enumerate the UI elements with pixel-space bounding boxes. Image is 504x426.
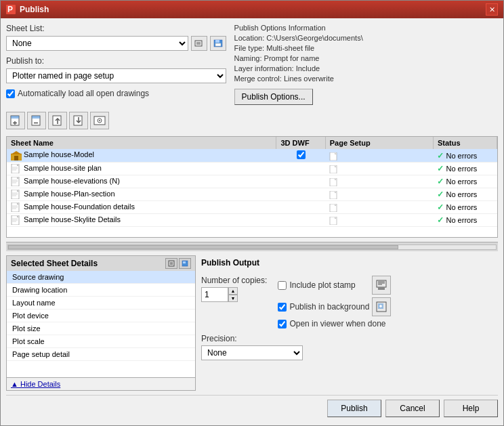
status-cell: ✓ No errors [433,163,497,175]
open-in-viewer-row: Open in viewer when done [278,319,391,328]
publish-output: Publish Output Number of copies: ▲ ▼ [201,255,498,391]
detail-item[interactable]: Plot scale [7,335,195,348]
sheet-name-cell: Sample house-site plan [7,163,276,175]
add-sheet-button[interactable] [6,112,25,129]
auto-load-label: Automatically load all open drawings [18,89,149,98]
table-row[interactable]: Sample house-Plan-section✓ No errors [7,188,497,201]
status-cell: ✓ No errors [433,214,497,227]
svg-text:P: P [7,5,13,14]
remove-sheet-button[interactable] [27,112,46,129]
svg-rect-9 [11,116,19,119]
publish-to-select[interactable]: Plotter named in page setup PDF DWF [6,68,226,83]
dialog-title: Publish [20,5,49,14]
status-cell: ✓ No errors [433,188,497,201]
publish-background-checkbox[interactable] [278,303,287,312]
dialog-content: Sheet List: None [1,18,503,425]
precision-select[interactable]: None Draft Normal Presentation [201,345,303,360]
dwf-cell[interactable] [276,188,325,201]
publish-options-button[interactable]: Publish Options... [234,89,313,105]
load-sheet-list-button[interactable] [191,36,207,51]
sheet-name-cell: Sample house-Foundation details [7,201,276,214]
table-row[interactable]: Sample house-Model✓ No errors [7,149,497,163]
dwf-cell[interactable] [276,163,325,175]
open-in-viewer-checkbox[interactable] [278,320,287,328]
move-down-button[interactable] [69,112,88,129]
details-icon-2[interactable] [179,258,191,269]
publish-button[interactable]: Publish [327,400,381,417]
svg-rect-66 [378,287,385,290]
add-sheet-icon [9,114,22,127]
details-action-icon-2 [182,260,188,267]
app-icon: P [6,5,16,14]
top-section: Sheet List: None [6,24,498,105]
publish-to-label: Publish to: [6,56,226,66]
sheet-name-cell: Sample house-Model [7,149,276,163]
detail-item[interactable]: Plot size [7,322,195,335]
spin-down-button[interactable]: ▼ [228,295,238,302]
table-row[interactable]: Sample house-elevations (N)✓ No errors [7,175,497,188]
dwf-cell[interactable] [276,149,325,163]
plot-stamp-icon-button[interactable] [372,276,391,295]
precision-section: Precision: None Draft Normal Presentatio… [201,334,498,360]
horizontal-scrollbar[interactable] [6,242,498,251]
col-sheet-name: Sheet Name [7,137,276,149]
preview-button[interactable] [90,112,109,129]
open-in-viewer-label: Open in viewer when done [289,319,385,328]
dwf-cell[interactable] [276,214,325,227]
spinner-buttons: ▲ ▼ [228,287,238,302]
copies-section: Number of copies: ▲ ▼ [201,276,267,302]
svg-rect-22 [14,156,18,161]
stamp-icon [375,279,387,291]
publish-bg-icon-button[interactable] [372,297,391,316]
sheet-name-cell: Sample house-Skylite Details [7,214,276,227]
col-3ddwf: 3D DWF [276,137,325,149]
dwf-cell[interactable] [276,175,325,188]
detail-item[interactable]: Layout name [7,297,195,310]
details-header: Selected Sheet Details [7,256,195,271]
cancel-button[interactable]: Cancel [385,400,440,417]
detail-item[interactable]: Source drawing [7,271,195,284]
title-bar: P Publish ✕ [1,1,503,18]
sheet-name-cell: Sample house-elevations (N) [7,175,276,188]
details-icon-1[interactable] [165,258,177,269]
precision-label: Precision: [201,334,498,343]
title-bar-left: P Publish [6,5,49,14]
details-title: Selected Sheet Details [11,259,98,268]
svg-rect-6 [215,40,219,43]
table-row[interactable]: Sample house-site plan✓ No errors [7,163,497,175]
sheet-list-select[interactable]: None [6,36,188,51]
move-up-icon [51,114,64,127]
details-icons [165,258,191,269]
remove-sheet-icon [30,114,43,127]
status-cell: ✓ No errors [433,201,497,214]
col-status: Status [433,137,497,149]
detail-item[interactable]: Drawing location [7,284,195,297]
table-row[interactable]: Sample house-Skylite Details✓ No errors [7,214,497,227]
publish-background-label: Publish in background [289,302,369,312]
page-setup-cell [325,214,433,227]
layer-info: Layer information: Include [234,64,498,72]
include-plot-stamp-checkbox[interactable] [278,281,287,290]
sheet-table: Sheet Name 3D DWF Page Setup Status Samp… [6,136,498,238]
sheet-name-cell: Sample house-Plan-section [7,188,276,201]
location-info: Location: C:\Users\George\documents\ [234,34,498,42]
move-up-button[interactable] [48,112,67,129]
svg-rect-7 [215,43,221,46]
table-row[interactable]: Sample house-Foundation details✓ No erro… [7,201,497,214]
help-button[interactable]: Help [444,400,498,417]
detail-item[interactable]: Page setup detail [7,348,195,361]
dwf-cell[interactable] [276,201,325,214]
save-sheet-list-button[interactable] [210,36,226,51]
detail-item[interactable]: Plot device [7,310,195,322]
save-icon [213,39,223,47]
copies-input[interactable] [201,287,228,302]
preview-icon [93,114,106,127]
publish-output-title: Publish Output [201,258,498,268]
spin-up-button[interactable]: ▲ [228,287,238,295]
selected-sheet-details: Selected Sheet Details [6,255,196,391]
status-cell: ✓ No errors [433,175,497,188]
close-button[interactable]: ✕ [486,3,498,16]
sheet-list-row: None [6,36,226,51]
auto-load-checkbox[interactable] [6,89,15,98]
hide-details-button[interactable]: ▲ Hide Details [7,377,195,390]
